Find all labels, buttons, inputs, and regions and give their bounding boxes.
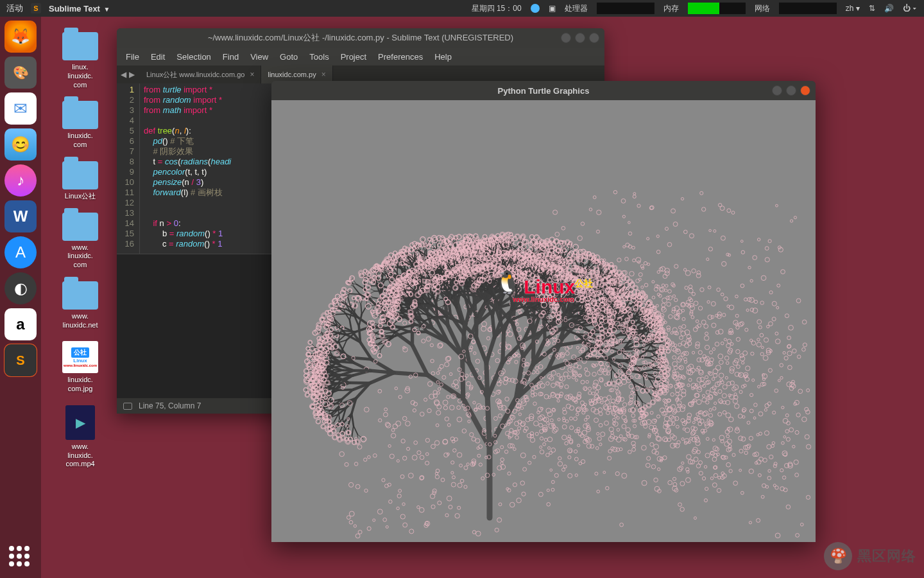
- dock-finder[interactable]: 😊: [4, 128, 37, 161]
- svg-point-7776: [472, 340, 475, 343]
- svg-point-10426: [696, 342, 700, 346]
- svg-point-6044: [606, 372, 610, 375]
- net-graph[interactable]: [779, 3, 837, 14]
- svg-point-109: [509, 502, 515, 507]
- svg-point-773: [364, 458, 367, 461]
- svg-point-3174: [576, 413, 579, 416]
- svg-point-1191: [547, 374, 552, 379]
- menu-edit[interactable]: Edit: [151, 52, 165, 62]
- menu-preferences[interactable]: Preferences: [378, 52, 423, 62]
- svg-point-8408: [641, 286, 644, 288]
- dock-sublime[interactable]: S: [4, 344, 37, 376]
- dock-music[interactable]: ♪: [4, 164, 37, 197]
- turtle-titlebar[interactable]: Python Turtle Graphics: [271, 81, 816, 100]
- menu-help[interactable]: Help: [434, 52, 452, 62]
- minimize-button[interactable]: [772, 85, 782, 96]
- svg-point-7531: [563, 465, 567, 468]
- desktop-icon[interactable]: linuxidc.com: [51, 101, 109, 150]
- menu-view[interactable]: View: [250, 52, 268, 62]
- svg-point-7898: [588, 391, 592, 394]
- nav-back-icon[interactable]: ◀: [121, 70, 126, 79]
- dock-amazon[interactable]: a: [4, 308, 37, 340]
- menu-tools[interactable]: Tools: [309, 52, 329, 62]
- svg-point-6699: [629, 384, 633, 389]
- svg-point-4830: [757, 385, 760, 388]
- maximize-button[interactable]: [786, 85, 796, 96]
- desktop-icon[interactable]: ▶www.linuxidc.com.mp4: [51, 405, 109, 469]
- sublime-titlebar[interactable]: ~/www.linuxidc.com/Linux公社 -/linuxidc.co…: [117, 28, 604, 48]
- desktop-icon[interactable]: Linux公社: [51, 161, 109, 201]
- tab-close-icon[interactable]: ×: [250, 70, 254, 79]
- svg-line-5158: [579, 359, 606, 360]
- volume-icon[interactable]: 🔊: [884, 4, 894, 13]
- close-button[interactable]: [589, 33, 599, 43]
- svg-point-2347: [649, 425, 654, 430]
- svg-point-6421: [760, 333, 764, 337]
- desktop-icon[interactable]: 公社Linuxwww.linuxidc.comlinuxidc.com.jpg: [51, 341, 109, 394]
- svg-point-4323: [757, 518, 760, 522]
- svg-point-9759: [588, 387, 592, 390]
- svg-point-10436: [595, 472, 598, 475]
- svg-point-3002: [513, 354, 516, 357]
- svg-point-4709: [783, 418, 788, 423]
- svg-point-10038: [575, 474, 578, 477]
- svg-point-10269: [673, 482, 677, 486]
- minimize-button[interactable]: [561, 33, 571, 43]
- svg-point-8674: [662, 437, 667, 442]
- tab-close-icon[interactable]: ×: [321, 70, 326, 79]
- svg-point-1001: [400, 514, 405, 519]
- dock-word[interactable]: W: [4, 200, 37, 232]
- svg-point-7251: [586, 416, 589, 419]
- mem-graph[interactable]: [688, 3, 746, 14]
- dock-mail[interactable]: ✉: [4, 92, 37, 125]
- desktop-icon[interactable]: linux.linuxidc.com: [51, 32, 109, 89]
- desktop-icon[interactable]: www.linuxidc.net: [51, 281, 109, 330]
- menu-find[interactable]: Find: [223, 52, 239, 62]
- dock-firefox[interactable]: 🦊: [4, 21, 37, 53]
- svg-point-7572: [577, 427, 580, 430]
- svg-line-10214: [523, 307, 532, 308]
- menu-file[interactable]: File: [126, 52, 139, 62]
- svg-point-5030: [795, 430, 799, 434]
- cpu-label: 处理器: [565, 3, 588, 14]
- editor-tab[interactable]: Linux公社 www.linuxidc.com.go×: [140, 66, 261, 83]
- svg-point-1026: [397, 460, 399, 462]
- svg-point-10327: [757, 238, 760, 241]
- svg-point-4348: [717, 381, 721, 385]
- svg-point-10451: [740, 284, 744, 288]
- svg-point-7265: [565, 351, 569, 355]
- svg-point-3466: [569, 450, 572, 453]
- app-menu[interactable]: Sublime Text ▼: [49, 4, 110, 13]
- menu-selection[interactable]: Selection: [176, 52, 210, 62]
- dock-updater[interactable]: ◐: [4, 272, 37, 304]
- power-icon[interactable]: ⏻ ▾: [903, 4, 916, 13]
- svg-point-7380: [473, 401, 475, 404]
- svg-point-9147: [506, 431, 510, 435]
- screenshot-icon[interactable]: ▣: [549, 4, 556, 13]
- show-applications[interactable]: [9, 546, 32, 569]
- weather-icon[interactable]: [531, 4, 540, 13]
- network-icon[interactable]: ⇅: [869, 4, 875, 13]
- svg-point-5254: [733, 481, 738, 486]
- menu-project[interactable]: Project: [341, 52, 366, 62]
- dock-gimp[interactable]: 🎨: [4, 57, 37, 89]
- close-button[interactable]: [800, 85, 810, 96]
- svg-point-7233: [425, 453, 429, 456]
- input-method[interactable]: zh ▾: [846, 4, 860, 13]
- svg-line-4: [370, 372, 393, 383]
- svg-point-234: [357, 444, 362, 449]
- svg-point-4236: [719, 360, 723, 365]
- menu-goto[interactable]: Goto: [280, 52, 298, 62]
- maximize-button[interactable]: [575, 33, 585, 43]
- turtle-window[interactable]: Python Turtle Graphics 🐧 Linux公社 www.lin…: [271, 81, 816, 542]
- panel-switcher-icon[interactable]: [123, 403, 132, 410]
- activities-button[interactable]: 活动: [6, 3, 23, 14]
- clock[interactable]: 星期四 15：00: [472, 3, 522, 14]
- dock-appstore[interactable]: A: [4, 236, 37, 268]
- svg-point-121: [349, 511, 354, 516]
- nav-forward-icon[interactable]: ▶: [129, 70, 135, 79]
- desktop-icon[interactable]: www.linuxidc.com: [51, 213, 109, 270]
- cpu-graph[interactable]: [597, 3, 654, 14]
- svg-point-9011: [620, 523, 624, 527]
- svg-point-2337: [615, 471, 619, 475]
